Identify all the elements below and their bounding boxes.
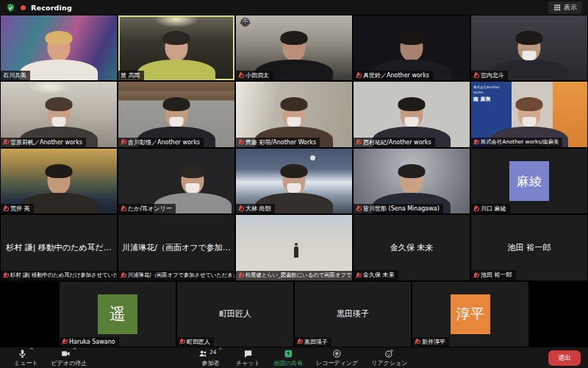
participant-name: 齊藤 彩萌/Another Works [245, 139, 316, 146]
participant-avatar: 麻綾 [509, 161, 549, 201]
video-tile-kawaura[interactable]: 川浦琳花/（画面オフで参加… 川浦琳花/（画面オフで参加させていただきます） [118, 215, 234, 280]
participant-name: 具世鈴／Another works [363, 72, 429, 79]
video-tile-oda[interactable]: 😂 小田潤太 [236, 15, 352, 80]
video-tile-takaoka-active-speaker[interactable]: 慧 高岡 [118, 15, 234, 80]
video-tile-arai-junpei[interactable]: 淳平 新井淳平 [412, 282, 528, 347]
participant-name: 松尾健とらい_図書館にいるので画面オフで電… [245, 272, 352, 278]
laughing-emoji-reaction: 😂 [240, 17, 251, 28]
walking-person-figure [294, 247, 298, 258]
share-screen-button[interactable]: 画面の共有 [267, 347, 309, 368]
participant-name: 株式会社Another works/南麻美 [481, 139, 559, 145]
video-tile-gu[interactable]: 具世鈴／Another works [354, 15, 470, 80]
video-tile-yoshikawa[interactable]: 吉川彰悟／Another works [118, 82, 234, 146]
participant-name-label: 宮内北斗 [471, 71, 508, 80]
participant-name: 川口 麻綾 [481, 205, 506, 212]
mic-muted-icon [356, 272, 361, 279]
chat-bubble-icon [243, 349, 253, 358]
avatar-initials: 麻綾 [517, 173, 542, 190]
video-tile-sawano[interactable]: 遥 Haruka Sawano [60, 282, 176, 347]
video-tile-nishimura[interactable]: 西村祐紀/Another works [354, 82, 470, 146]
face-mask [523, 117, 537, 127]
security-shield-icon[interactable] [6, 3, 15, 13]
meeting-top-bar: Recording 表示 [0, 0, 588, 15]
view-button[interactable]: 表示 [548, 1, 582, 14]
stop-video-button-label: ビデオの停止 [51, 359, 87, 367]
grid-row-5: 遥 Haruka Sawano 町田匠人 町田匠人 黒田瑛子 黒田瑛子 淳平 新… [1, 282, 587, 347]
record-icon [332, 349, 342, 358]
participant-name: 金久保 未来 [363, 272, 395, 278]
mic-muted-icon [473, 139, 478, 146]
video-tile-matsuo[interactable]: 松尾健とらい_図書館にいるので画面オフで電… [236, 215, 352, 280]
participants-button[interactable]: 24 ^ 参加者 [192, 347, 229, 368]
video-tile-kuroda[interactable]: 黒田瑛子 黒田瑛子 [295, 282, 411, 347]
video-tile-saito[interactable]: 齊藤 彩萌/Another Works [236, 82, 352, 146]
participants-options-chevron[interactable]: ^ [218, 349, 223, 353]
video-tile-arai-ryo[interactable]: 荒井 亮 [1, 149, 117, 213]
recording-button[interactable]: レコーディング [309, 347, 365, 368]
participant-name-label: 川浦琳花/（画面オフで参加させていただきます） [118, 271, 234, 280]
mic-muted-icon [356, 139, 361, 146]
video-tile-sugawara[interactable]: 菅原莉帆／Another works [1, 82, 117, 146]
participant-name-label: 川口 麻綾 [471, 204, 510, 213]
mic-muted-icon [473, 205, 478, 212]
mic-muted-icon [238, 272, 243, 279]
mic-muted-icon [121, 205, 126, 212]
avatar-initials: 遥 [110, 303, 126, 325]
participant-name: 宮内北斗 [481, 72, 504, 79]
video-tile-sugimura[interactable]: 杉村 謙| 移動中のため耳だ… 杉村 謙| 移動中のため耳だけ参加させていただ… [1, 215, 117, 280]
person-figure [401, 34, 423, 61]
share-screen-icon [283, 349, 293, 358]
video-tile-machida[interactable]: 町田匠人 町田匠人 [177, 282, 293, 347]
avatar-initials: 淳平 [456, 305, 484, 324]
participant-avatar: 淳平 [451, 294, 490, 334]
grid-row-4: 杉村 謙| 移動中のため耳だ… 杉村 謙| 移動中のため耳だけ参加させていただ…… [1, 215, 587, 280]
mic-muted-icon [473, 272, 478, 279]
video-camera-icon [61, 349, 71, 358]
video-tile-kanakubo[interactable]: 金久保 未来 金久保 未来 [354, 215, 470, 280]
participant-name: 西村祐紀/Another works [363, 139, 431, 146]
mic-muted-icon [356, 205, 361, 212]
video-tile-miyauchi[interactable]: 宮内北斗 [471, 15, 587, 80]
mute-button-label: ミュート [14, 359, 38, 367]
participant-name-label: 株式会社Another works/南麻美 [471, 138, 562, 147]
stop-video-button[interactable]: ^ ビデオの停止 [45, 347, 94, 368]
participant-name-label: 石川共美 [1, 71, 30, 80]
participant-name: 大林 尚朝 [245, 205, 271, 212]
video-tile-ikeda[interactable]: 池田 裕一郎 池田 裕一郎 [471, 215, 587, 280]
video-grid: 石川共美 慧 高岡 😂 小田潤太 具世鈴／Another works 宮内北斗 … [0, 15, 588, 347]
video-tile-minami[interactable]: 株式会社Another works 南 麻美 株式会社Another works… [471, 82, 587, 146]
mic-muted-icon [3, 272, 8, 279]
video-tile-taka[interactable]: たか/耳オンリー [118, 149, 234, 213]
mic-muted-icon [473, 72, 478, 79]
participant-name-label: 荒井 亮 [1, 204, 34, 213]
person-figure [283, 34, 306, 61]
mic-muted-icon [297, 339, 302, 345]
video-tile-kawaguchi[interactable]: 麻綾 川口 麻綾 [471, 149, 587, 213]
face-mask [186, 183, 200, 193]
leave-meeting-button[interactable]: 退出 [548, 350, 581, 366]
participant-name: 吉川彰悟／Another works [128, 139, 200, 146]
person-figure [48, 34, 71, 61]
participant-name-label: 大林 尚朝 [236, 204, 275, 213]
participant-name-label: 杉村 謙| 移動中のため耳だけ参加させていただ… [1, 271, 117, 280]
participant-name: たか/耳オンリー [128, 205, 172, 212]
microphone-icon [18, 349, 27, 358]
participant-name-label: 小田潤太 [236, 71, 273, 80]
mute-options-chevron[interactable]: ^ [29, 349, 34, 353]
mic-muted-icon [62, 339, 67, 345]
face-mask [523, 51, 537, 60]
video-options-chevron[interactable]: ^ [72, 349, 77, 353]
face-mask [405, 117, 419, 127]
participant-name-label: 皆川世那 (Sena Minagawa) [354, 204, 443, 213]
video-tile-minagawa[interactable]: 皆川世那 (Sena Minagawa) [354, 149, 470, 213]
mic-muted-icon [3, 139, 8, 146]
mute-button[interactable]: ^ ミュート [7, 347, 45, 368]
reactions-button[interactable]: リアクション [365, 347, 414, 368]
chat-button[interactable]: チャット [229, 347, 267, 368]
participant-name: 小田潤太 [245, 72, 269, 79]
participant-name-label: 西村祐紀/Another works [354, 138, 435, 147]
video-tile-ishikawa[interactable]: 石川共美 [1, 15, 117, 80]
mic-muted-icon [356, 72, 361, 79]
video-tile-obayashi[interactable]: 大林 尚朝 [236, 149, 352, 213]
mic-muted-icon [238, 139, 243, 146]
